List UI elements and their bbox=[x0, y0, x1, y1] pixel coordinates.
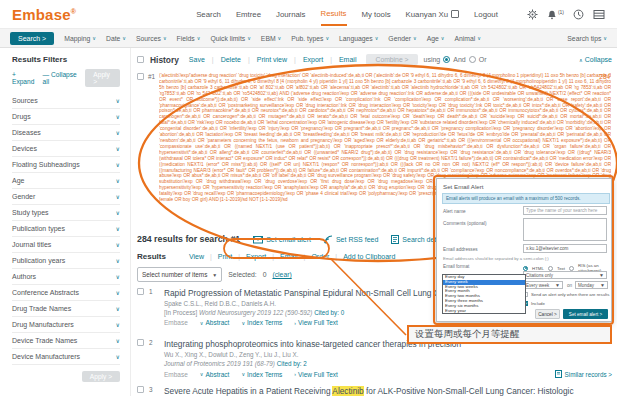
sidebar-item-conference-abstracts[interactable]: Conference Abstracts∨ bbox=[12, 285, 120, 301]
and-radio[interactable] bbox=[443, 56, 450, 63]
select-number-of-items-dropdown[interactable]: Select number of items ▼ bbox=[137, 267, 222, 282]
include-option: Include bbox=[523, 301, 545, 306]
collapse-history-link[interactable]: ∧Collapse bbox=[579, 56, 612, 63]
expand-all-link[interactable]: + Expand bbox=[12, 71, 36, 85]
index-terms-toggle[interactable]: ∨Index Terms bbox=[241, 371, 282, 378]
filter-mapping[interactable]: Mapping∨ bbox=[64, 35, 96, 42]
filter-age[interactable]: Age∨ bbox=[427, 35, 445, 42]
order-link[interactable]: Order bbox=[311, 253, 329, 260]
abstract-toggle[interactable]: ∨Abstract bbox=[200, 371, 230, 378]
nav-emtree[interactable]: Emtree bbox=[236, 3, 261, 25]
filter-quick-limits[interactable]: Quick limits∨ bbox=[210, 35, 250, 42]
format-ris-radio[interactable] bbox=[569, 266, 574, 271]
sidebar-item-drug-manufacturers[interactable]: Drug Manufacturers∨ bbox=[12, 317, 120, 333]
filter-date[interactable]: Date∨ bbox=[106, 35, 126, 42]
search-tips-link[interactable]: Search tips∨ bbox=[567, 35, 607, 42]
collapse-all-link[interactable]: — Collapse all bbox=[43, 71, 79, 85]
history-save-link[interactable]: Save bbox=[189, 56, 205, 63]
nav-search[interactable]: Search bbox=[196, 3, 221, 25]
sidebar-item-drugs[interactable]: Drugs∨ bbox=[12, 109, 120, 125]
divider: | bbox=[238, 253, 240, 260]
view-full-text-link[interactable]: ›View Full Text bbox=[294, 319, 338, 326]
history-select-all-checkbox[interactable] bbox=[137, 56, 144, 63]
cited-by-link[interactable]: Cited by: 2 bbox=[277, 360, 307, 367]
nav-results[interactable]: Results bbox=[321, 2, 347, 26]
dropdown-arrow-icon: ▼ bbox=[212, 272, 217, 278]
nav-journals[interactable]: Journals bbox=[276, 3, 305, 25]
print-link[interactable]: Print bbox=[218, 253, 232, 260]
sidebar-item-floating-subheadings[interactable]: Floating Subheadings∨ bbox=[12, 157, 120, 173]
nav-logout[interactable]: Logout bbox=[474, 3, 498, 25]
sidebar-item-gender[interactable]: Gender∨ bbox=[12, 189, 120, 205]
history-print-view-link[interactable]: Print view bbox=[257, 56, 287, 63]
sidebar-item-authors[interactable]: Authors∨ bbox=[12, 269, 120, 285]
add-to-clipboard-link[interactable]: Add to Clipboard bbox=[343, 253, 395, 260]
filter-fields[interactable]: Fields∨ bbox=[177, 35, 201, 42]
result-checkbox[interactable] bbox=[137, 339, 144, 346]
history-result-count[interactable]: 284 bbox=[599, 73, 610, 80]
sidebar-item-publication-types[interactable]: Publication types∨ bbox=[12, 221, 120, 237]
sidebar-item-device-trade-names[interactable]: Device Trade Names∨ bbox=[12, 333, 120, 349]
set-email-alert-submit-button[interactable]: Set email alert > bbox=[563, 309, 608, 319]
view-link[interactable]: View bbox=[189, 253, 204, 260]
combine-button[interactable]: Combine > bbox=[366, 54, 417, 65]
email-addresses-input[interactable] bbox=[523, 244, 607, 253]
filter-pub-types[interactable]: Pub. types∨ bbox=[291, 35, 329, 42]
embase-logo[interactable]: Embase® bbox=[12, 6, 76, 23]
result-checkbox[interactable] bbox=[137, 288, 144, 295]
abstract-toggle[interactable]: ∨Abstract bbox=[200, 319, 230, 326]
alerts-bell-wrap[interactable]: (1) bbox=[547, 9, 564, 20]
settings-gear-icon[interactable] bbox=[527, 9, 538, 20]
filter-animal[interactable]: Animal∨ bbox=[454, 35, 480, 42]
email-link[interactable]: Email bbox=[280, 253, 298, 260]
content-select[interactable]: Citations only▼ bbox=[523, 271, 607, 279]
similar-records-link[interactable]: Similar records > bbox=[555, 370, 612, 378]
user-menu[interactable]: Kuanyan Xu bbox=[406, 10, 459, 19]
alert-name-input[interactable] bbox=[523, 206, 607, 215]
sidebar-item-device-manufacturers[interactable]: Device Manufacturers∨ bbox=[12, 349, 120, 365]
set-email-alert-button[interactable]: Set email alert bbox=[253, 235, 311, 244]
sidebar-item-journal-titles[interactable]: Journal titles∨ bbox=[12, 237, 120, 253]
sidebar-item-publication-years[interactable]: Publication years∨ bbox=[12, 253, 120, 269]
format-html-radio[interactable] bbox=[523, 266, 528, 271]
filter-languages[interactable]: Languages∨ bbox=[339, 35, 378, 42]
apps-grid-icon[interactable] bbox=[593, 9, 605, 20]
filter-ebm[interactable]: EBM∨ bbox=[261, 35, 281, 42]
sidebar-item-devices[interactable]: Devices∨ bbox=[12, 141, 120, 157]
sidebar-item-age[interactable]: Age∨ bbox=[12, 173, 120, 189]
view-full-text-link[interactable]: ›View Full Text bbox=[294, 371, 338, 378]
format-text-radio[interactable] bbox=[548, 266, 553, 271]
index-terms-toggle[interactable]: ∨Index Terms bbox=[241, 319, 282, 326]
nav-my-tools[interactable]: My tools bbox=[362, 3, 391, 25]
filter-gender[interactable]: Gender∨ bbox=[388, 35, 416, 42]
history-email-link[interactable]: Email bbox=[339, 56, 357, 63]
history-clock-icon[interactable] bbox=[573, 9, 584, 20]
or-radio[interactable] bbox=[469, 56, 476, 63]
apply-button-top[interactable]: Apply > bbox=[85, 69, 120, 87]
day-select[interactable]: Monday▼ bbox=[575, 281, 608, 289]
history-export-link[interactable]: Export bbox=[303, 56, 323, 63]
history-delete-link[interactable]: Delete bbox=[221, 56, 241, 63]
sidebar-item-study-types[interactable]: Study types∨ bbox=[12, 205, 120, 221]
sidebar-item-drug-trade-names[interactable]: Drug Trade Names∨ bbox=[12, 301, 120, 317]
apply-button-bottom[interactable]: Apply > bbox=[82, 371, 120, 382]
filter-label: Languages bbox=[339, 35, 373, 42]
chevron-down-icon: ∨ bbox=[200, 320, 204, 326]
comments-textarea[interactable] bbox=[523, 218, 607, 241]
clear-selection-link[interactable]: (clear) bbox=[272, 271, 291, 278]
set-rss-feed-button[interactable]: Set RSS feed bbox=[324, 235, 378, 244]
filter-sources[interactable]: Sources∨ bbox=[136, 35, 167, 42]
result-checkbox[interactable] bbox=[137, 386, 144, 393]
sidebar-item-diseases[interactable]: Diseases∨ bbox=[12, 125, 120, 141]
cited-by-link[interactable]: Cited by: 0 bbox=[314, 309, 344, 316]
export-link[interactable]: Export bbox=[246, 253, 266, 260]
index-terms-label: Index Terms bbox=[247, 319, 282, 326]
search-button[interactable]: Search > bbox=[10, 32, 54, 45]
sidebar-item-sources[interactable]: Sources∨ bbox=[12, 93, 120, 109]
only-results-option: Send an alert only when there are result… bbox=[523, 292, 609, 297]
result-title-link[interactable]: Severe Acute Hepatitis in a Patient Rece… bbox=[164, 386, 612, 396]
history-row-checkbox[interactable] bbox=[137, 73, 144, 80]
frequency-select[interactable]: Every week▼ bbox=[523, 281, 563, 289]
cancel-button[interactable]: Cancel > bbox=[535, 309, 560, 319]
frequency-option[interactable]: Every year bbox=[443, 309, 525, 314]
